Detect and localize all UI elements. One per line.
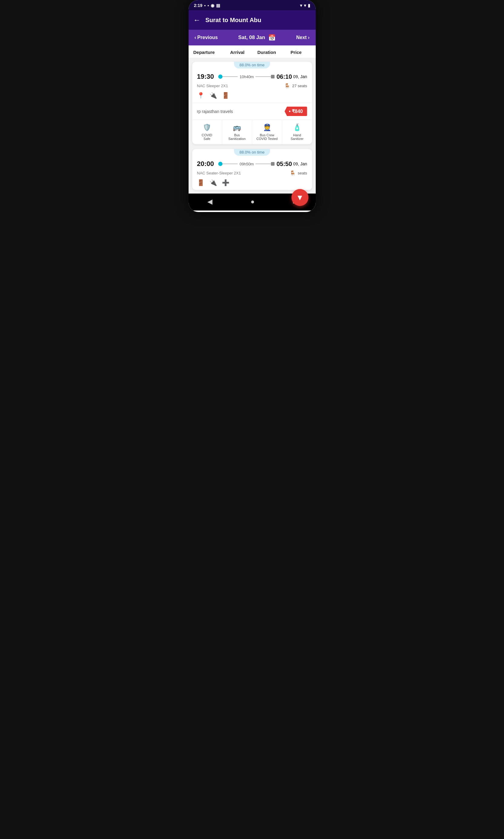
- time: 2:19: [194, 3, 202, 8]
- on-time-badge-1: 88.0% on time: [192, 62, 312, 68]
- timeline-row-1: 19:30 10h40m 06:10 09, Jan: [197, 73, 307, 81]
- selected-date: Sat, 08 Jan: [238, 35, 265, 40]
- timeline-line-left-1: [222, 76, 238, 77]
- status-left: 2:19 ▪ ▪ ◉ ▤: [194, 3, 220, 8]
- back-button[interactable]: ←: [194, 16, 201, 24]
- hand-sanitizer-icon: 🧴: [293, 124, 301, 132]
- departure-dot-1: [218, 74, 222, 79]
- card-body-1: 19:30 10h40m 06:10 09, Jan NAC Sleeper 2…: [192, 68, 312, 103]
- arrival-header: Arrival: [223, 50, 252, 55]
- seat-type-2: NAC Seater-Sleeper 2X1: [197, 171, 241, 175]
- price-dot-1: •: [289, 109, 291, 114]
- hand-sanitizer-label: HandSanitizer: [291, 133, 304, 141]
- arrival-time-1: 06:10: [276, 73, 292, 80]
- seat-count-2: 🪑 seats: [290, 170, 307, 176]
- page-title: Surat to Mount Abu: [205, 17, 262, 24]
- covid-safe-item: 🛡️ COVIDSafe: [192, 120, 222, 144]
- column-headers: Departure Arrival Duration Price: [188, 46, 316, 58]
- bus-sanitization-icon: 🚌: [233, 124, 241, 132]
- departure-dot-2: [218, 162, 222, 166]
- arrival-date-2: 09, Jan: [293, 161, 307, 166]
- amenity-row-2: 🚪 🔌 ➕: [197, 179, 307, 190]
- next-button[interactable]: Next ›: [296, 35, 309, 40]
- home-nav-button[interactable]: ●: [251, 198, 255, 206]
- bus-card-1[interactable]: 88.0% on time 19:30 10h40m 06:10 09, Jan: [192, 62, 312, 144]
- filter-fab[interactable]: ▼: [291, 189, 308, 206]
- filter-icon: ▼: [296, 193, 304, 202]
- menu-icon: ▤: [216, 3, 220, 8]
- charging-icon-2: 🔌: [210, 179, 217, 186]
- operator-row-1: rp rajasthan travels • ₹840: [192, 103, 312, 120]
- seat-type-1: NAC Sleeper 2X1: [197, 84, 228, 88]
- battery-icon: ▮: [308, 3, 310, 8]
- arrival-dot-1: [271, 75, 274, 78]
- arrival-date-1: 09, Jan: [293, 74, 307, 79]
- charging-icon: 🔌: [210, 92, 217, 99]
- status-right: ▾ ▾ ▮: [300, 3, 310, 8]
- departure-time-2: 20:00: [197, 160, 218, 168]
- covid-safe-icon: 🛡️: [203, 124, 211, 132]
- plus-icon-2: ➕: [222, 179, 230, 186]
- door-icon-2: 🚪: [197, 179, 205, 186]
- timeline-line-right-2: [255, 163, 271, 164]
- door-icon: 🚪: [222, 92, 230, 99]
- square-icon1: ▪: [204, 3, 206, 8]
- seat-number-1: 27 seats: [292, 84, 307, 88]
- date-display: Sat, 08 Jan 📅: [238, 34, 276, 41]
- crew-tested-item: 👮 Bus CrewCOVID Tested: [252, 120, 282, 144]
- price-tag-1: • ₹840: [285, 107, 307, 116]
- seat-row-1: NAC Sleeper 2X1 🪑 27 seats: [197, 83, 307, 89]
- bus-list-scroll[interactable]: 88.0% on time 19:30 10h40m 06:10 09, Jan: [188, 58, 316, 194]
- timeline-row-2: 20:00 09h50m 05:50 09, Jan: [197, 160, 307, 168]
- on-time-label-2: 88.0% on time: [234, 149, 270, 156]
- wifi-icon: ▾: [300, 3, 302, 8]
- status-bar: 2:19 ▪ ▪ ◉ ▤ ▾ ▾ ▮: [188, 0, 316, 10]
- timeline-line-right-1: [255, 76, 271, 77]
- card-body-2: 20:00 09h50m 05:50 09, Jan NAC Seater-Sl…: [192, 156, 312, 190]
- duration-1: 10h40m: [238, 74, 255, 79]
- right-chevron-icon: ›: [308, 35, 309, 40]
- price-header: Price: [282, 50, 311, 55]
- amenity-row-1: 📍 🔌 🚪: [197, 92, 307, 103]
- date-nav-bar: ‹ Previous Sat, 08 Jan 📅 Next ›: [188, 30, 316, 46]
- back-nav-button[interactable]: ◀: [208, 198, 213, 206]
- hand-sanitizer-item: 🧴 HandSanitizer: [282, 120, 312, 144]
- duration-header: Duration: [252, 50, 282, 55]
- square-icon2: ▪: [208, 3, 209, 8]
- app-header: ← Surat to Mount Abu: [188, 10, 316, 30]
- price-value-1: ₹840: [292, 108, 303, 114]
- next-label: Next: [296, 35, 307, 40]
- on-time-badge-2: 88.0% on time: [192, 149, 312, 156]
- previous-label: Previous: [197, 35, 218, 40]
- bus-list: 88.0% on time 19:30 10h40m 06:10 09, Jan: [188, 58, 316, 194]
- location-icon: 📍: [197, 92, 205, 99]
- operator-name-1: rp rajasthan travels: [197, 109, 233, 114]
- arrival-time-2: 05:50: [276, 160, 292, 168]
- left-chevron-icon: ‹: [195, 35, 196, 40]
- previous-button[interactable]: ‹ Previous: [195, 35, 218, 40]
- bus-card-2[interactable]: 88.0% on time 20:00 09h50m 05:50 09, Jan: [192, 149, 312, 190]
- arrival-dot-2: [271, 162, 274, 166]
- signal-icon: ▾: [304, 3, 306, 8]
- covid-safe-label: COVIDSafe: [202, 133, 212, 141]
- bus-sanitization-item: 🚌 BusSanitization: [222, 120, 252, 144]
- crew-tested-label: Bus CrewCOVID Tested: [256, 133, 277, 141]
- duration-2: 09h50m: [238, 162, 255, 166]
- bus-sanitization-label: BusSanitization: [228, 133, 246, 141]
- on-time-label-1: 88.0% on time: [234, 62, 270, 68]
- covid-row-1: 🛡️ COVIDSafe 🚌 BusSanitization 👮 Bus Cre…: [192, 120, 312, 144]
- phone-frame: 2:19 ▪ ▪ ◉ ▤ ▾ ▾ ▮ ← Surat to Mount Abu …: [188, 0, 316, 212]
- departure-header: Departure: [194, 50, 223, 55]
- seat-row-2: NAC Seater-Sleeper 2X1 🪑 seats: [197, 170, 307, 176]
- crew-tested-icon: 👮: [263, 124, 271, 132]
- circle-icon: ◉: [211, 3, 214, 8]
- seat-number-2: seats: [298, 171, 307, 175]
- seat-icon-1: 🪑: [284, 83, 290, 89]
- seat-icon-2: 🪑: [290, 170, 296, 176]
- calendar-icon[interactable]: 📅: [268, 34, 276, 41]
- timeline-line-left-2: [222, 163, 238, 164]
- departure-time-1: 19:30: [197, 73, 218, 81]
- seat-count-1: 🪑 27 seats: [284, 83, 307, 89]
